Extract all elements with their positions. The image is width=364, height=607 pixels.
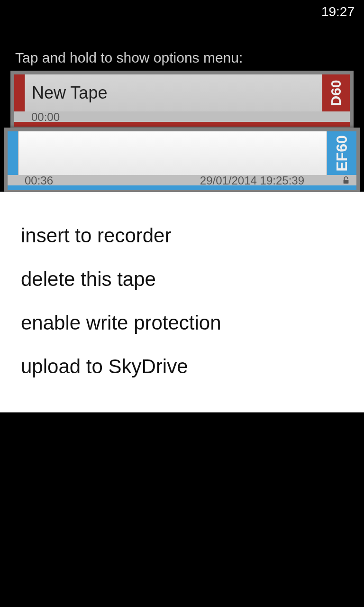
tape-type-badge: D60 <box>322 74 350 111</box>
menu-item-delete-this-tape[interactable]: delete this tape <box>21 258 343 301</box>
context-menu: insert to recorder delete this tape enab… <box>0 192 364 413</box>
tape-meta: 00:00 <box>14 111 350 127</box>
tape-type-badge: EF60 <box>327 131 356 175</box>
status-bar: 19:27 <box>0 0 364 24</box>
menu-item-enable-write-protection[interactable]: enable write protection <box>21 301 343 345</box>
tape-duration: 00:36 <box>25 174 53 187</box>
menu-item-upload-to-skydrive[interactable]: upload to SkyDrive <box>21 345 343 388</box>
tape-datetime: 29/01/2014 19:25:39 <box>200 174 304 187</box>
tape-name-label: New Tape <box>25 74 322 111</box>
tape-accent-stripe <box>8 131 18 175</box>
unlock-icon <box>342 174 350 187</box>
tape-meta: 00:36 29/01/2014 19:25:39 <box>8 175 356 190</box>
tape-duration: 00:00 <box>31 110 60 124</box>
tapes-list: New Tape D60 00:00 EF60 00:36 <box>0 71 364 192</box>
instruction-label: Tap and hold to show options menu: <box>0 24 364 71</box>
tape-type-label: EF60 <box>333 135 351 171</box>
tape-item[interactable]: New Tape D60 00:00 <box>0 71 364 128</box>
tape-accent-stripe <box>14 74 25 111</box>
svg-rect-0 <box>344 180 349 184</box>
tape-name-label <box>18 131 327 175</box>
tape-item-selected[interactable]: EF60 00:36 29/01/2014 19:25:39 <box>0 128 364 192</box>
tape-type-label: D60 <box>328 80 344 106</box>
status-time: 19:27 <box>321 4 355 19</box>
menu-item-insert-to-recorder[interactable]: insert to recorder <box>21 214 343 258</box>
